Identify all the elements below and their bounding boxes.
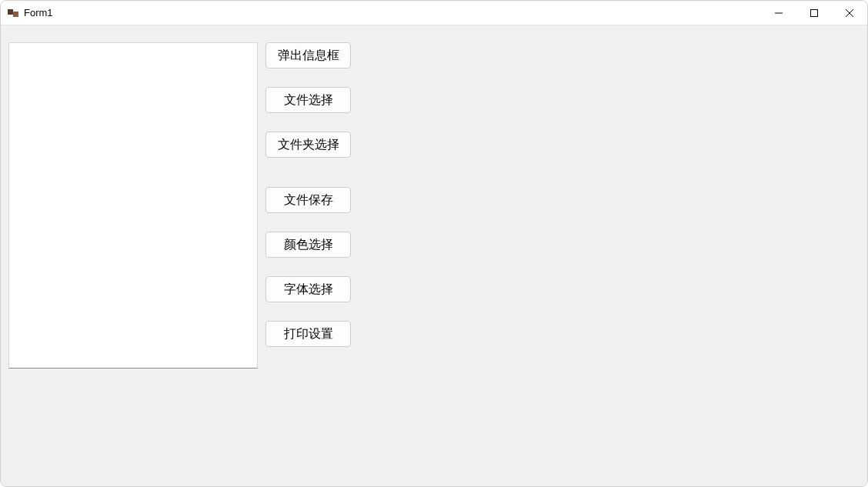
folder-browse-button[interactable]: 文件夹选择	[265, 132, 351, 158]
msgbox-button[interactable]: 弹出信息框	[265, 42, 351, 68]
file-save-button[interactable]: 文件保存	[265, 187, 351, 213]
font-pick-button[interactable]: 字体选择	[265, 276, 351, 302]
color-pick-button[interactable]: 颜色选择	[265, 232, 351, 258]
window-frame: Form1 弹出信息框 文件选择	[0, 0, 868, 487]
minimize-icon	[775, 9, 783, 17]
button-column: 弹出信息框 文件选择 文件夹选择 文件保存 颜色选择 字体选择 打印设置	[265, 42, 351, 365]
svg-rect-1	[13, 12, 18, 17]
close-icon	[846, 9, 853, 17]
svg-rect-3	[811, 9, 818, 16]
close-button[interactable]	[832, 1, 867, 25]
file-open-button[interactable]: 文件选择	[265, 87, 351, 113]
window-title: Form1	[24, 7, 761, 18]
titlebar[interactable]: Form1	[1, 1, 867, 25]
minimize-button[interactable]	[761, 1, 796, 25]
client-area: 弹出信息框 文件选择 文件夹选择 文件保存 颜色选择 字体选择 打印设置	[1, 25, 867, 486]
maximize-icon	[810, 9, 818, 17]
app-icon	[7, 7, 19, 19]
window-controls	[761, 1, 867, 25]
maximize-button[interactable]	[796, 1, 832, 25]
print-setup-button[interactable]: 打印设置	[265, 321, 351, 347]
svg-rect-0	[8, 9, 13, 15]
output-textbox[interactable]	[8, 42, 258, 369]
